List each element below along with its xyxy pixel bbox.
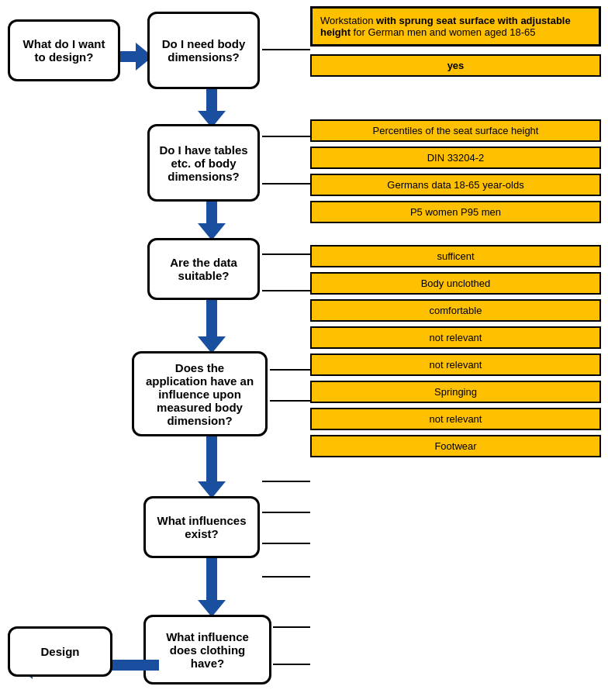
annotation-comfortable: comfortable [310, 299, 601, 322]
arrow-q3-down [198, 300, 226, 353]
annotation-german-data: Germans data 18-65 year-olds [310, 174, 601, 196]
v-line [206, 436, 217, 481]
connector-line-springing [262, 576, 310, 578]
annotation-springing: Springing [310, 381, 601, 403]
connector-line-din [262, 183, 310, 184]
connector-line-sufficient [270, 369, 310, 371]
box-start-label: What do I want to design? [19, 37, 109, 64]
v-line [206, 558, 217, 600]
box-start: What do I want to design? [8, 19, 120, 81]
box-q6-label: What influence does clothing have? [155, 630, 260, 670]
connector-line-footwear [273, 664, 310, 665]
arrow-q1-down [198, 89, 226, 128]
annotations-column: Workstation with sprung seat surface wit… [310, 6, 601, 462]
connector-line-german [262, 253, 310, 255]
annotation-header-text: Workstation with sprung seat surface wit… [320, 15, 571, 38]
connector-line-yes [262, 49, 310, 50]
annotation-footwear: Footwear [310, 435, 601, 457]
box-q6: What influence does clothing have? [143, 615, 271, 684]
box-q4-label: Does the application have an influence u… [143, 361, 256, 427]
annotation-header: Workstation with sprung seat surface wit… [310, 6, 601, 47]
box-q2: Do I have tables etc. of body dimensions… [147, 124, 260, 202]
annotation-yes: yes [310, 54, 601, 77]
box-q1-label: Do I need body dimensions? [159, 37, 248, 64]
connector-line-unclothed [270, 400, 310, 402]
v-line [206, 300, 217, 336]
connector-line-notrelevant1 [262, 512, 310, 513]
annotation-percentiles: Percentiles of the seat surface height [310, 119, 601, 142]
box-design-label: Design [40, 645, 79, 658]
annotation-not-relevant-3: not relevant [310, 408, 601, 430]
box-q3: Are the data suitable? [147, 238, 260, 300]
box-design: Design [8, 626, 112, 677]
arrow-q4-down [198, 436, 226, 498]
arrow-q2-down [198, 202, 226, 240]
box-q3-label: Are the data suitable? [159, 256, 248, 282]
annotation-p5: P5 women P95 men [310, 201, 601, 223]
annotation-body-unclothed: Body unclothed [310, 272, 601, 295]
annotation-not-relevant-2: not relevant [310, 353, 601, 376]
annotation-not-relevant-1: not relevant [310, 326, 601, 349]
box-q2-label: Do I have tables etc. of body dimensions… [159, 143, 248, 183]
arrow-h-line [120, 51, 136, 62]
connector-line-comfortable [262, 481, 310, 482]
connector-line-p5 [262, 290, 310, 291]
annotation-sufficient: sufficent [310, 245, 601, 267]
box-q5: What influences exist? [143, 496, 260, 558]
v-line [206, 202, 217, 223]
connector-line-notrelevant2 [262, 543, 310, 544]
connector-line-notrelevant3 [273, 626, 310, 628]
flowchart-column: What do I want to design? Do I need body… [0, 0, 295, 700]
v-line [206, 89, 217, 111]
box-q5-label: What influences exist? [155, 514, 248, 540]
box-q4: Does the application have an influence u… [132, 351, 268, 436]
connector-line-percentiles [262, 136, 310, 137]
arrow-q5-down [198, 558, 226, 617]
annotation-din: DIN 33204-2 [310, 147, 601, 169]
main-container: What do I want to design? Do I need body… [0, 0, 608, 700]
box-q1: Do I need body dimensions? [147, 12, 260, 89]
